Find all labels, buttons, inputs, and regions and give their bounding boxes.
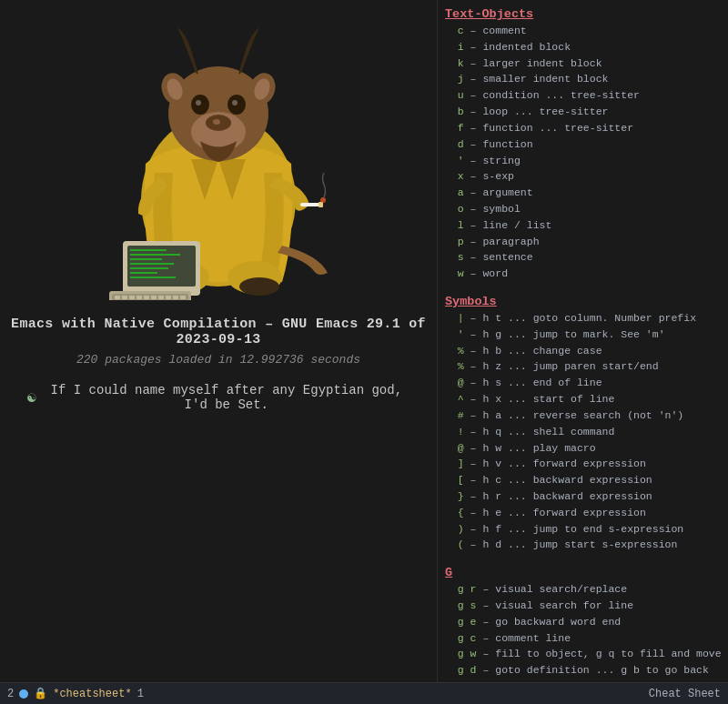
key-description: – larger indent block (464, 57, 602, 69)
list-item: a – argument (445, 185, 721, 201)
svg-rect-28 (130, 272, 157, 274)
list-item: f – function ... tree-sitter (445, 120, 721, 136)
key-binding: o (458, 203, 464, 215)
key-binding: # (458, 409, 464, 421)
right-panel[interactable]: Text-Objects c – comment i – indented bl… (437, 0, 728, 682)
section-title-text-objects: Text-Objects (445, 7, 721, 21)
key-description: – symbol (464, 203, 521, 215)
svg-point-9 (213, 119, 220, 125)
list-item: [ – h c ... backward expression (445, 472, 721, 488)
key-binding: ' (458, 155, 464, 166)
key-description: – smaller indent block (464, 73, 609, 85)
svg-rect-23 (130, 249, 167, 251)
key-binding: g w (458, 648, 477, 659)
key-description: – go backward word end (477, 616, 622, 628)
key-binding: s (458, 251, 464, 263)
key-description: – comment (464, 25, 527, 36)
key-description: – h c ... backward expression (464, 474, 652, 486)
status-tab-num: 1 (137, 688, 144, 700)
key-description: – h f ... jump to end s-expression (464, 523, 684, 535)
list-item: ! – h q ... shell command (445, 424, 721, 440)
svg-rect-34 (115, 296, 120, 299)
key-binding: g c (458, 632, 477, 644)
svg-rect-27 (130, 267, 168, 269)
svg-rect-22 (127, 246, 196, 287)
svg-point-20 (320, 197, 326, 203)
key-description: – h z ... jump paren start/end (464, 360, 659, 372)
list-item: g d – goto definition ... g b to go back (445, 662, 721, 679)
list-item: | – h t ... goto column. Number prefix (445, 310, 721, 327)
status-num: 2 (7, 688, 14, 700)
left-panel: Emacs with Native Compilation – GNU Emac… (0, 0, 437, 682)
list-item: g s – visual search for line (445, 598, 721, 614)
key-binding: g e (458, 616, 477, 628)
list-item: % – h z ... jump paren start/end (445, 358, 721, 375)
svg-rect-29 (130, 277, 176, 278)
svg-rect-25 (130, 258, 162, 260)
key-description: – sentence (464, 251, 533, 263)
key-binding: @ (458, 442, 464, 454)
list-item: @ – h s ... end of line (445, 375, 721, 391)
list-item: i – indented block (445, 39, 721, 55)
key-binding: p (458, 236, 464, 247)
key-binding: @ (458, 377, 464, 388)
key-description: – goto definition ... g b to go back (477, 664, 709, 676)
key-description: – h w ... play macro (464, 442, 596, 454)
status-bar: 2 🔒 *cheatsheet* 1 Cheat Sheet (0, 682, 728, 704)
key-description: – argument (464, 186, 533, 198)
key-description: – h s ... end of line (464, 377, 602, 388)
key-description: – fill to object, g q to fill and move (477, 648, 722, 659)
fortune-line: ☯ If I could name myself after any Egypt… (0, 383, 437, 412)
key-description: – h e ... forward expression (464, 507, 646, 518)
key-description: – loop ... tree-sitter (464, 106, 609, 117)
list-item: u – condition ... tree-sitter (445, 87, 721, 104)
key-description: – paragraph (464, 236, 540, 247)
list-item: ' – string (445, 153, 721, 169)
key-description: – s-exp (464, 170, 514, 182)
list-item: # – h a ... reverse search (not 'n') (445, 407, 721, 424)
key-binding: c (458, 25, 464, 36)
svg-rect-40 (158, 296, 164, 299)
emacs-title: Emacs with Native Compilation – GNU Emac… (0, 317, 437, 347)
key-binding: d (458, 138, 464, 150)
svg-rect-38 (144, 296, 149, 299)
key-binding: % (458, 345, 464, 357)
key-description: – h t ... goto column. Number prefix (464, 312, 696, 324)
list-item: ' – h g ... jump to mark. See 'm' (445, 327, 721, 343)
list-item: } – h r ... backward expression (445, 488, 721, 505)
key-binding: | (458, 312, 464, 324)
list-item: @ – h w ... play macro (445, 440, 721, 457)
list-item: o – symbol (445, 201, 721, 217)
svg-point-5 (239, 277, 279, 296)
svg-rect-43 (180, 296, 186, 299)
svg-rect-41 (166, 296, 171, 299)
list-item: k – larger indent block (445, 55, 721, 72)
key-description: – visual search for line (477, 599, 634, 611)
list-item: b – loop ... tree-sitter (445, 104, 721, 120)
key-binding: ^ (458, 393, 464, 405)
list-item: s – sentence (445, 249, 721, 266)
key-description: – h d ... jump start s-expression (464, 538, 678, 550)
list-item: x – s-exp (445, 168, 721, 185)
svg-rect-42 (173, 296, 178, 299)
key-binding: j (458, 73, 464, 85)
list-item: % – h b ... change case (445, 343, 721, 359)
packages-info: 220 packages loaded in 12.992736 seconds (76, 353, 360, 367)
key-description: – function (464, 138, 533, 150)
list-item: { – h e ... forward expression (445, 505, 721, 521)
list-item: d – function (445, 136, 721, 153)
key-binding: g r (458, 583, 477, 595)
key-binding: { (458, 507, 464, 518)
key-description: – function ... tree-sitter (464, 122, 633, 134)
gnu-mascot (73, 18, 364, 300)
section-title-g: G (445, 566, 721, 579)
key-description: – visual search/replace (477, 583, 628, 595)
list-item: ) – h f ... jump to end s-expression (445, 521, 721, 538)
key-description: – string (464, 155, 521, 166)
list-item: w – word (445, 266, 721, 282)
key-description: – h a ... reverse search (not 'n') (464, 409, 684, 421)
svg-rect-24 (130, 254, 180, 256)
list-item: ^ – h x ... start of line (445, 391, 721, 407)
list-item: g r – visual search/replace (445, 581, 721, 598)
key-description: – h q ... shell command (464, 426, 615, 437)
